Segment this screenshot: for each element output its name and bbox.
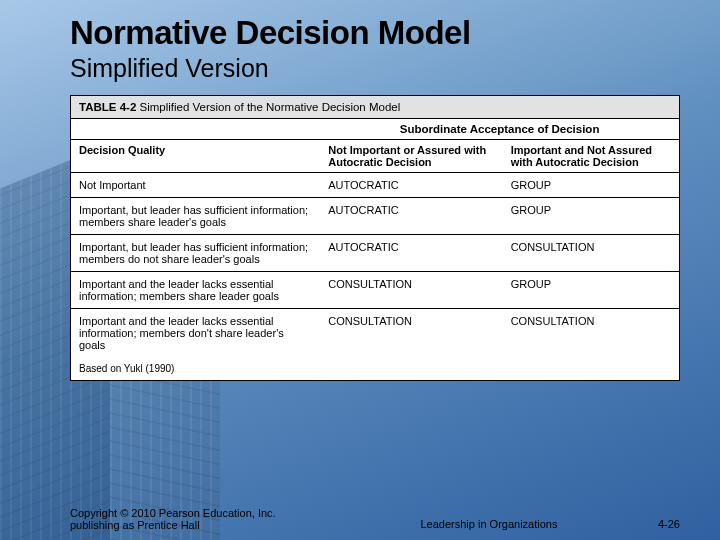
table-row: Important, but leader has sufficient inf…: [71, 235, 679, 272]
table-row: Important and the leader lacks essential…: [71, 272, 679, 309]
th-col3: Important and Not Assured with Autocrati…: [503, 140, 679, 173]
cell-col2: CONSULTATION: [320, 272, 502, 309]
table-row: Important, but leader has sufficient inf…: [71, 198, 679, 235]
footer-copyright: Copyright © 2010 Pearson Education, Inc.…: [70, 507, 320, 532]
cell-col3: CONSULTATION: [503, 235, 679, 272]
th-super-header: Subordinate Acceptance of Decision: [320, 119, 679, 140]
footer-center: Leadership in Organizations: [320, 518, 658, 532]
footer-pagenum: 4-26: [658, 518, 680, 532]
cell-col2: AUTOCRATIC: [320, 235, 502, 272]
cell-col2: CONSULTATION: [320, 309, 502, 358]
cell-col2: AUTOCRATIC: [320, 173, 502, 198]
cell-quality: Not Important: [71, 173, 320, 198]
cell-col3: GROUP: [503, 198, 679, 235]
table-row: Not Important AUTOCRATIC GROUP: [71, 173, 679, 198]
cell-quality: Important, but leader has sufficient inf…: [71, 235, 320, 272]
table-source: Based on Yukl (1990): [71, 357, 679, 380]
slide-footer: Copyright © 2010 Pearson Education, Inc.…: [0, 507, 720, 532]
decision-table: Subordinate Acceptance of Decision Decis…: [71, 119, 679, 357]
table-label: TABLE 4-2: [79, 101, 136, 113]
th-col2: Not Important or Assured with Autocratic…: [320, 140, 502, 173]
cell-col3: GROUP: [503, 272, 679, 309]
slide-title: Normative Decision Model: [70, 14, 692, 52]
slide-content: Normative Decision Model Simplified Vers…: [0, 0, 720, 381]
table-caption: Simplified Version of the Normative Deci…: [140, 101, 401, 113]
slide: Normative Decision Model Simplified Vers…: [0, 0, 720, 540]
cell-quality: Important and the leader lacks essential…: [71, 309, 320, 358]
cell-quality: Important, but leader has sufficient inf…: [71, 198, 320, 235]
table-caption-bar: TABLE 4-2 Simplified Version of the Norm…: [71, 96, 679, 119]
th-empty: [71, 119, 320, 140]
th-decision-quality: Decision Quality: [71, 140, 320, 173]
table-box: TABLE 4-2 Simplified Version of the Norm…: [70, 95, 680, 381]
slide-subtitle: Simplified Version: [70, 54, 692, 83]
cell-quality: Important and the leader lacks essential…: [71, 272, 320, 309]
cell-col3: GROUP: [503, 173, 679, 198]
cell-col3: CONSULTATION: [503, 309, 679, 358]
table-row: Important and the leader lacks essential…: [71, 309, 679, 358]
cell-col2: AUTOCRATIC: [320, 198, 502, 235]
